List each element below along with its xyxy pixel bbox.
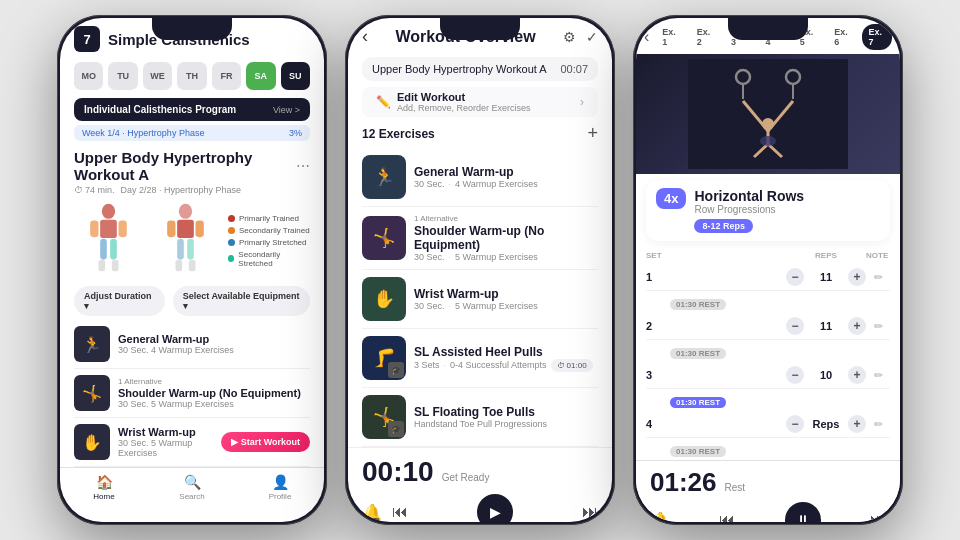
- day-we[interactable]: WE: [143, 62, 172, 90]
- exercise-item-2[interactable]: 🤸 1 Alternative Shoulder Warm-up (No Equ…: [74, 369, 310, 418]
- exercise-item-3[interactable]: ✋ Wrist Warm-up 30 Sec. 5 Warmup Exercis…: [74, 418, 310, 467]
- p3-edit-3[interactable]: ✏: [866, 369, 890, 382]
- search-icon: 🔍: [184, 474, 201, 490]
- svg-rect-4: [100, 239, 107, 260]
- p3-alarm-icon[interactable]: 🔔: [650, 511, 670, 523]
- p3-minus-3[interactable]: −: [786, 366, 804, 384]
- check-icon[interactable]: ✓: [586, 29, 598, 45]
- p2-ex-item-3[interactable]: ✋ Wrist Warm-up 30 Sec. · 5 Warmup Exerc…: [362, 270, 598, 329]
- workout-menu[interactable]: ⋯: [296, 158, 310, 174]
- workout-meta: ⏱ 74 min. Day 2/28 · Hypertrophy Phase: [60, 185, 324, 199]
- p2-timer: 00:10: [362, 456, 434, 488]
- day-th[interactable]: TH: [177, 62, 206, 90]
- p2-meta-1: 30 Sec. · 4 Warmup Exercises: [414, 179, 598, 189]
- p3-minus-1[interactable]: −: [786, 268, 804, 286]
- svg-rect-2: [90, 221, 98, 238]
- p3-rest-row-3: 01:30 REST: [646, 389, 890, 411]
- p2-workout-name[interactable]: Upper Body Hypertrophy Workout A 00:07: [362, 57, 598, 81]
- p2-ex-item-1[interactable]: 🏃 General Warm-up 30 Sec. · 4 Warmup Exe…: [362, 148, 598, 207]
- p3-next-btn[interactable]: ⏭: [870, 511, 886, 522]
- tab-home[interactable]: 🏠 Home: [60, 474, 148, 501]
- p3-plus-3[interactable]: +: [848, 366, 866, 384]
- p2-back-btn[interactable]: ‹: [362, 26, 368, 47]
- exercise-item-1[interactable]: 🏃 General Warm-up 30 Sec. 4 Warmup Exerc…: [74, 320, 310, 369]
- p2-time: 00:07: [560, 63, 588, 75]
- ex-name-3: Wrist Warm-up: [118, 426, 213, 438]
- p2-edit-title: Edit Workout: [397, 91, 531, 103]
- ex-alt-2: 1 Alternative: [118, 377, 310, 386]
- day-fr[interactable]: FR: [212, 62, 241, 90]
- program-bar[interactable]: Individual Calisthenics Program View >: [74, 98, 310, 121]
- p3-plus-1[interactable]: +: [848, 268, 866, 286]
- bottom-tab: 🏠 Home 🔍 Search 👤 Profile: [60, 467, 324, 505]
- p2-ex-item-2[interactable]: 🤸 1 Alternative Shoulder Warm-up (No Equ…: [362, 207, 598, 270]
- p2-alarm-icon[interactable]: 🔔: [362, 503, 382, 522]
- p3-rest-badge-3: 01:30 REST: [670, 397, 726, 408]
- day-sa[interactable]: SA: [246, 62, 275, 90]
- settings-icon[interactable]: ⚙: [563, 29, 576, 45]
- phase-bar: Week 1/4 · Hypertrophy Phase 3%: [74, 125, 310, 141]
- p2-ex-item-5[interactable]: 🤸 🎓 SL Floating Toe Pulls Handstand Toe …: [362, 388, 598, 447]
- phone-3: ‹ Ex. 1 Ex. 2 Ex. 3 Ex. 4 Ex. 5 Ex. 6 Ex…: [633, 15, 903, 525]
- p3-tab-7[interactable]: Ex. 7: [862, 24, 892, 50]
- svg-rect-16: [688, 59, 848, 169]
- p2-thumb-4: 🦵 🎓: [362, 336, 406, 380]
- action-buttons: Adjust Duration ▾ Select Available Equip…: [60, 282, 324, 320]
- program-view[interactable]: View >: [273, 105, 300, 115]
- svg-point-27: [760, 136, 776, 146]
- p2-controls-right: ⏭: [582, 503, 598, 521]
- svg-rect-7: [112, 260, 119, 272]
- svg-rect-15: [189, 260, 196, 272]
- p2-edit-sub: Add, Remove, Reorder Exercises: [397, 103, 531, 113]
- p2-name-5: SL Floating Toe Pulls: [414, 405, 598, 419]
- tab-search[interactable]: 🔍 Search: [148, 474, 236, 501]
- p2-ex-item-4[interactable]: 🦵 🎓 SL Assisted Heel Pulls 3 Sets · 0-4 …: [362, 329, 598, 388]
- p3-reps-control-1: − 11 +: [786, 268, 866, 286]
- p3-ex-sub: Row Progressions: [694, 204, 804, 215]
- p3-tab-6[interactable]: Ex. 6: [827, 24, 857, 50]
- p2-prev-btn[interactable]: ⏮: [392, 503, 408, 521]
- p3-pause-btn[interactable]: ⏸: [785, 502, 821, 522]
- p3-reps-badge: 8-12 Reps: [694, 219, 753, 233]
- day-su[interactable]: SU: [281, 62, 310, 90]
- adjust-duration-btn[interactable]: Adjust Duration ▾: [74, 286, 165, 316]
- svg-rect-11: [195, 221, 203, 238]
- p2-exercise-list: 🏃 General Warm-up 30 Sec. · 4 Warmup Exe…: [348, 148, 612, 447]
- p3-plus-2[interactable]: +: [848, 317, 866, 335]
- muscle-legend: Primarily Trained Secondarily Trained Pr…: [228, 214, 310, 268]
- p3-edit-1[interactable]: ✏: [866, 271, 890, 284]
- p3-minus-2[interactable]: −: [786, 317, 804, 335]
- p2-search-row: Upper Body Hypertrophy Workout A 00:07: [348, 51, 612, 87]
- p3-minus-4[interactable]: −: [786, 415, 804, 433]
- p2-next-btn[interactable]: ⏭: [582, 503, 598, 521]
- p3-edit-4[interactable]: ✏: [866, 418, 890, 431]
- p3-edit-2[interactable]: ✏: [866, 320, 890, 333]
- svg-rect-13: [187, 239, 194, 260]
- p3-back-btn[interactable]: ‹: [644, 28, 649, 46]
- equipment-btn[interactable]: Select Available Equipment ▾: [173, 286, 310, 316]
- p2-edit-row[interactable]: ✏️ Edit Workout Add, Remove, Reorder Exe…: [362, 87, 598, 117]
- p3-tab-1[interactable]: Ex. 1: [655, 24, 685, 50]
- p3-plus-4[interactable]: +: [848, 415, 866, 433]
- p3-set-num-4: 4: [646, 418, 670, 430]
- p3-prev-btn[interactable]: ⏮: [719, 511, 735, 522]
- p2-play-btn[interactable]: ▶: [477, 494, 513, 522]
- p3-tab-2[interactable]: Ex. 2: [690, 24, 720, 50]
- p2-edit-chevron: ›: [580, 95, 584, 109]
- tab-profile[interactable]: 👤 Profile: [236, 474, 324, 501]
- day-mo[interactable]: MO: [74, 62, 103, 90]
- p2-add-btn[interactable]: +: [587, 123, 598, 144]
- p3-rest-badge-4: 01:30 REST: [670, 446, 726, 457]
- day-tu[interactable]: TU: [108, 62, 137, 90]
- p2-ex-count: 12 Exercises: [362, 127, 435, 141]
- p3-reps-val-2: 11: [808, 320, 844, 332]
- start-workout-btn[interactable]: ▶ Start Workout: [221, 432, 310, 452]
- svg-rect-5: [110, 239, 117, 260]
- p3-info-card: 4x Horizontal Rows Row Progressions 8-12…: [646, 180, 890, 241]
- svg-point-0: [102, 204, 115, 219]
- notch-1: [152, 18, 232, 40]
- svg-rect-3: [118, 221, 126, 238]
- ex-meta-3: 30 Sec. 5 Warmup Exercises: [118, 438, 213, 458]
- notch-2: [440, 18, 520, 40]
- p2-alt-2: 1 Alternative: [414, 214, 598, 223]
